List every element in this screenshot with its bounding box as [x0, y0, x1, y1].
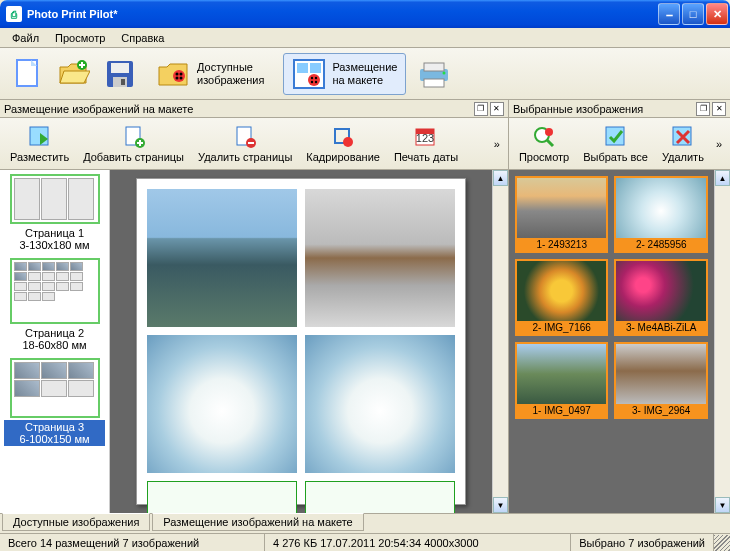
open-button[interactable] [56, 56, 92, 92]
svg-point-6 [173, 70, 185, 82]
svg-point-15 [311, 76, 313, 78]
svg-point-14 [308, 74, 320, 86]
panel-close-icon[interactable]: ✕ [490, 102, 504, 116]
svg-point-29 [343, 137, 353, 147]
layout-scrollbar[interactable]: ▲ ▼ [492, 170, 508, 513]
layout-slot[interactable] [147, 189, 297, 327]
layout-button[interactable]: Размещениена макете [283, 53, 406, 95]
scroll-down-icon[interactable]: ▼ [715, 497, 730, 513]
svg-text:123: 123 [416, 132, 434, 144]
svg-point-10 [180, 76, 183, 79]
delete-button[interactable]: Удалить [656, 123, 710, 165]
pages-strip[interactable]: Страница 13-130x180 мм Страница 218-60x8… [0, 170, 110, 513]
page-thumb-1[interactable]: Страница 13-130x180 мм [4, 174, 105, 252]
selected-images-panel: Выбранные изображения ❐ ✕ Просмотр Выбра… [509, 100, 730, 513]
resize-grip-icon[interactable] [714, 535, 730, 551]
available-images-label: Доступныеизображения [197, 61, 264, 87]
page-thumb-3[interactable]: Страница 36-100x150 мм [4, 358, 105, 446]
scroll-up-icon[interactable]: ▲ [715, 170, 730, 186]
layout-slot[interactable] [305, 189, 455, 327]
svg-rect-3 [111, 63, 129, 73]
panel-restore-icon[interactable]: ❐ [696, 102, 710, 116]
gallery-thumb[interactable]: 2- IMG_7166 [515, 259, 609, 336]
gallery-thumb[interactable]: 3- Me4ABi-ZiLA [614, 259, 708, 336]
gallery-thumb[interactable]: 3- IMG_2964 [614, 342, 708, 419]
svg-point-17 [311, 80, 313, 82]
svg-point-34 [545, 128, 553, 136]
select-all-button[interactable]: Выбрать все [577, 123, 654, 165]
image-gallery[interactable]: 1- 2493213 2- 2485956 2- IMG_7166 3- Me4… [509, 170, 714, 513]
status-fileinfo: 4 276 КБ 17.07.2011 20:54:34 4000x3000 [265, 534, 571, 551]
selected-panel-title: Выбранные изображения [513, 103, 643, 115]
menu-bar: Файл Просмотр Справка [0, 28, 730, 48]
svg-rect-5 [121, 79, 125, 85]
svg-rect-20 [424, 63, 444, 71]
svg-point-18 [315, 80, 317, 82]
scroll-down-icon[interactable]: ▼ [493, 497, 508, 513]
status-placements: Всего 14 размещений 7 изображений [0, 534, 265, 551]
print-date-button[interactable]: 123Печать даты [388, 123, 464, 165]
svg-rect-12 [297, 63, 308, 73]
svg-rect-35 [606, 127, 624, 145]
svg-rect-13 [310, 63, 321, 73]
menu-file[interactable]: Файл [4, 30, 47, 46]
svg-point-7 [176, 72, 179, 75]
place-button[interactable]: Разместить [4, 123, 75, 165]
toolbar-overflow-icon[interactable]: » [490, 138, 504, 150]
gallery-thumb[interactable]: 2- 2485956 [614, 176, 708, 253]
layout-slot[interactable] [147, 335, 297, 473]
layout-panel-title: Размещение изображений на макете [4, 103, 193, 115]
print-button[interactable] [416, 56, 452, 92]
tab-available-images[interactable]: Доступные изображения [2, 513, 150, 531]
minimize-button[interactable]: ‒ [658, 3, 680, 25]
layout-panel: Размещение изображений на макете ❐ ✕ Раз… [0, 100, 509, 513]
save-button[interactable] [102, 56, 138, 92]
app-icon: ⎙ [6, 6, 22, 22]
status-bar: Всего 14 размещений 7 изображений 4 276 … [0, 533, 730, 551]
menu-help[interactable]: Справка [113, 30, 172, 46]
layout-slot-empty[interactable] [305, 481, 455, 513]
main-toolbar: Доступныеизображения Размещениена макете [0, 48, 730, 100]
available-images-button[interactable]: Доступныеизображения [148, 54, 273, 94]
bottom-tabs: Доступные изображения Размещение изображ… [0, 513, 730, 533]
layout-slot[interactable] [305, 335, 455, 473]
panel-restore-icon[interactable]: ❐ [474, 102, 488, 116]
panel-close-icon[interactable]: ✕ [712, 102, 726, 116]
layout-label: Размещениена макете [332, 61, 397, 87]
svg-point-9 [176, 76, 179, 79]
gallery-scrollbar[interactable]: ▲ ▼ [714, 170, 730, 513]
new-button[interactable] [10, 56, 46, 92]
page-thumb-2[interactable]: Страница 218-60x80 мм [4, 258, 105, 352]
menu-view[interactable]: Просмотр [47, 30, 113, 46]
scroll-up-icon[interactable]: ▲ [493, 170, 508, 186]
svg-rect-21 [424, 79, 444, 87]
layout-sheet: Перетащитеизображения [136, 178, 466, 505]
toolbar-overflow-icon[interactable]: » [712, 138, 726, 150]
maximize-button[interactable]: □ [682, 3, 704, 25]
title-bar: ⎙ Photo Print Pilot* ‒ □ ✕ [0, 0, 730, 28]
svg-rect-23 [30, 127, 48, 145]
window-title: Photo Print Pilot* [27, 8, 658, 20]
view-button[interactable]: Просмотр [513, 123, 575, 165]
layout-canvas[interactable]: Перетащитеизображения [110, 170, 492, 513]
svg-point-16 [315, 76, 317, 78]
crop-button[interactable]: Кадрирование [300, 123, 386, 165]
gallery-thumb[interactable]: 1- 2493213 [515, 176, 609, 253]
tab-layout[interactable]: Размещение изображений на макете [152, 513, 363, 531]
gallery-thumb[interactable]: 1- IMG_0497 [515, 342, 609, 419]
layout-slot-empty[interactable]: Перетащитеизображения [147, 481, 297, 513]
close-button[interactable]: ✕ [706, 3, 728, 25]
delete-pages-button[interactable]: Удалить страницы [192, 123, 298, 165]
svg-point-22 [443, 71, 446, 74]
add-pages-button[interactable]: Добавить страницы [77, 123, 190, 165]
status-selected: Выбрано 7 изображений [571, 534, 714, 551]
svg-point-8 [180, 72, 183, 75]
